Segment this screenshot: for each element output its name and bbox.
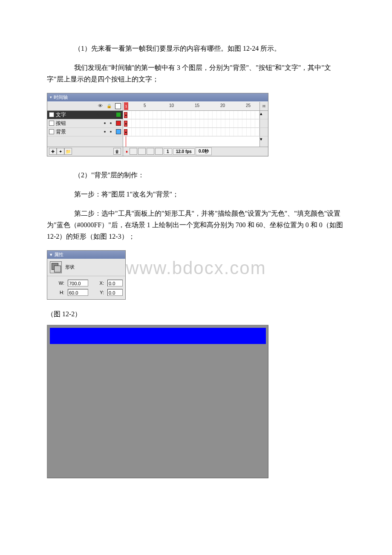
playhead-line — [126, 136, 126, 147]
properties-titlebar[interactable]: ▾ 属性 — [47, 251, 125, 259]
pencil-icon — [96, 112, 100, 118]
properties-title: 属性 — [54, 251, 63, 258]
layer-label: 文字 — [56, 111, 66, 119]
layer-icon — [49, 129, 54, 134]
layer-name-cell[interactable]: 文字 — [47, 111, 123, 119]
shape-type-label: 形状 — [65, 264, 75, 270]
layer-color-swatch[interactable] — [116, 121, 121, 126]
paragraph-1: （1）先来看一看第一帧我们要显示的内容有哪些。如图 12-24 所示。 — [47, 43, 345, 54]
keyframe[interactable] — [124, 112, 127, 118]
visibility-dot[interactable] — [104, 131, 106, 133]
ruler-tick: 20 — [220, 103, 225, 108]
timeline-header: 1 5 10 15 20 25 H — [47, 101, 268, 111]
width-input[interactable]: 700.0 — [68, 280, 88, 286]
collapse-arrow-icon: ▾ — [50, 252, 52, 257]
y-input[interactable]: 0.0 — [107, 289, 123, 296]
scroll-track[interactable] — [259, 119, 268, 127]
layer-frames[interactable] — [123, 119, 259, 127]
timeline-spacer: ▾ — [47, 136, 268, 147]
layer-name-cell[interactable]: 按钮 — [47, 119, 123, 127]
x-label: X: — [91, 280, 105, 286]
paragraph-5: 第二步：选中"工具"面板上的"矩形工具"，并将"描绘颜色"设置为"无色"、"填充… — [47, 208, 345, 243]
playhead-frame1[interactable]: 1 — [124, 102, 128, 110]
x-input[interactable]: 0.0 — [107, 280, 123, 286]
ruler-tick: 25 — [246, 103, 251, 108]
keyframe[interactable] — [124, 121, 127, 127]
layer-header-icons — [47, 102, 123, 110]
add-folder-button[interactable]: 📁 — [64, 148, 72, 155]
paragraph-2: 我们发现在"时间轴"的第一帧中有 3 个图层，分别为"背景"、"按钮"和"文字"… — [47, 62, 345, 85]
elapsed-time: 0.0秒 — [196, 147, 212, 155]
layer-list: 文字 ▴ 按钮 — [47, 111, 268, 136]
collapse-arrow-icon: ▾ — [50, 95, 52, 99]
frame-ruler[interactable]: 1 5 10 15 20 25 — [123, 102, 259, 110]
eye-icon[interactable] — [98, 103, 104, 109]
paragraph-3: （2）"背景"层的制作： — [47, 169, 345, 181]
layer-color-swatch[interactable] — [116, 112, 121, 117]
onion-skin-button[interactable] — [138, 148, 146, 155]
layer-color-swatch[interactable] — [116, 129, 121, 134]
visibility-dot[interactable] — [104, 114, 106, 116]
blue-rectangle — [50, 328, 266, 344]
height-input[interactable]: 60.0 — [68, 289, 88, 296]
paragraph-4: 第一步：将"图层 1"改名为"背景"； — [47, 188, 345, 200]
layer-label: 按钮 — [56, 120, 66, 127]
layer-row-background[interactable]: 背景 — [47, 128, 268, 136]
layer-icon — [49, 112, 54, 117]
props-type-row: 形状 — [47, 259, 125, 276]
onion-outline-button[interactable] — [147, 148, 154, 155]
layer-row-text[interactable]: 文字 ▴ — [47, 111, 268, 119]
layer-frames[interactable] — [123, 128, 259, 136]
ruler-tick: 15 — [195, 103, 199, 108]
keyframe[interactable] — [124, 129, 127, 135]
width-label: W: — [50, 280, 65, 286]
current-frame: 1 — [164, 148, 172, 155]
layer-name-cell[interactable]: 背景 — [47, 128, 123, 136]
center-frame-button[interactable] — [130, 148, 137, 155]
layer-row-button[interactable]: 按钮 — [47, 119, 268, 128]
delete-layer-button[interactable]: 🗑 — [113, 148, 121, 155]
frame-rate: 12.0 fps — [173, 148, 195, 155]
layer-frames[interactable] — [123, 111, 259, 119]
document-page: （1）先来看一看第一帧我们要显示的内容有哪些。如图 12-24 所示。 我们发现… — [0, 0, 392, 521]
scroll-up-button[interactable]: ▴ — [259, 111, 268, 119]
timeline-title: 时间轴 — [54, 94, 68, 101]
lock-icon[interactable] — [107, 103, 112, 109]
edit-multiple-button[interactable] — [155, 148, 163, 155]
figure-label: （图 12-2） — [47, 310, 345, 319]
shape-icon — [50, 261, 62, 273]
ruler-tick: 5 — [144, 103, 146, 108]
layer-icon — [49, 121, 54, 126]
lock-dot[interactable] — [110, 122, 112, 124]
timeline-titlebar[interactable]: ▾ 时间轴 — [47, 93, 268, 101]
layer-label: 背景 — [56, 128, 66, 136]
outline-icon[interactable] — [115, 103, 121, 109]
timeline-panel: ▾ 时间轴 1 5 10 15 20 25 H 文字 — [47, 93, 268, 156]
lock-dot[interactable] — [110, 114, 112, 116]
y-label: Y: — [91, 290, 105, 295]
canvas-preview — [47, 325, 268, 478]
visibility-dot[interactable] — [104, 122, 106, 124]
ruler-tick: 10 — [169, 103, 174, 108]
scroll-track[interactable] — [259, 128, 268, 136]
playhead-marker-icon: ♦ — [124, 149, 130, 154]
timeline-status: ♦ 1 12.0 fps 0.0秒 — [123, 147, 268, 155]
height-label: H: — [50, 290, 65, 295]
ruler-end-button[interactable]: H — [259, 102, 268, 110]
add-layer-button[interactable]: ✚ — [49, 148, 57, 155]
timeline-footer: ✚ ✦ 📁 🗑 ♦ 1 12.0 fps 0.0秒 — [47, 147, 268, 156]
add-guide-button[interactable]: ✦ — [57, 148, 64, 155]
lock-dot[interactable] — [110, 131, 112, 133]
scroll-down-button[interactable]: ▾ — [259, 136, 268, 147]
props-fields: W: 700.0 X: 0.0 H: 60.0 Y: 0.0 — [47, 276, 125, 299]
properties-panel: ▾ 属性 形状 W: 700.0 X: 0.0 H: 60.0 Y: 0.0 — [47, 250, 126, 300]
